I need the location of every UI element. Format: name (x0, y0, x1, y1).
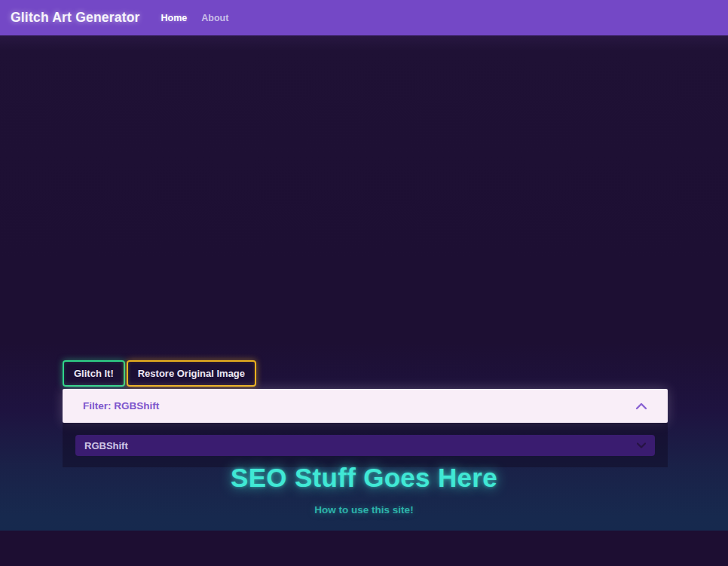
filter-select[interactable]: RGBShift (75, 435, 655, 456)
chevron-up-icon (635, 402, 647, 410)
nav-item-about[interactable]: About (201, 13, 228, 23)
glitch-it-button[interactable]: Glitch It! (63, 360, 125, 387)
filter-select-value: RGBShift (84, 440, 128, 451)
how-to-use-link[interactable]: How to use this site! (0, 504, 728, 516)
action-button-row: Glitch It! Restore Original Image (63, 360, 256, 387)
brand-title[interactable]: Glitch Art Generator (11, 10, 140, 26)
app-footer (0, 531, 728, 566)
restore-original-button[interactable]: Restore Original Image (127, 360, 256, 387)
filter-accordion-header[interactable]: Filter: RGBShift (63, 389, 668, 423)
chevron-down-icon (637, 442, 646, 448)
filter-accordion-body: RGBShift (63, 423, 668, 467)
seo-heading: SEO Stuff Goes Here (0, 463, 728, 493)
main-nav: Home About (161, 13, 229, 23)
glitch-canvas-area: Glitch It! Restore Original Image Filter… (0, 35, 728, 531)
app-header: Glitch Art Generator Home About (0, 0, 728, 35)
filter-accordion: Filter: RGBShift RGBShift (63, 389, 668, 467)
filter-accordion-label: Filter: RGBShift (83, 400, 159, 411)
nav-item-home[interactable]: Home (161, 13, 188, 23)
